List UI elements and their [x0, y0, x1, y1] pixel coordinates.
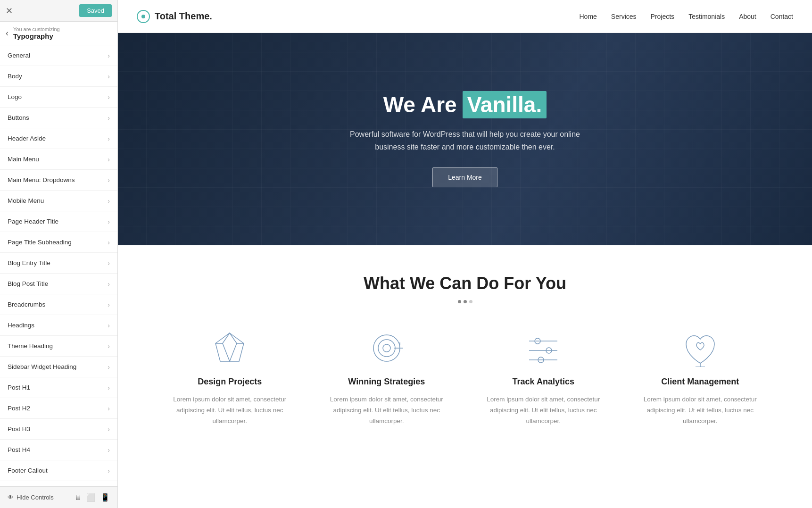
service-name-client: Client Management: [661, 377, 739, 387]
chevron-right-icon: ›: [108, 467, 110, 475]
logo-circle-icon: [137, 10, 150, 23]
service-desc-design: Lorem ipsum dolor sit amet, consectetur …: [158, 394, 301, 427]
service-name-strategies: Winning Strategies: [348, 377, 425, 387]
service-name-analytics: Track Analytics: [513, 377, 574, 387]
service-card-winning-strategies: Winning Strategies Lorem ipsum dolor sit…: [315, 327, 458, 427]
menu-item-blog-post-title[interactable]: Blog Post Title›: [0, 274, 117, 294]
svg-marker-0: [215, 333, 244, 361]
tablet-view-button[interactable]: ⬜: [86, 493, 96, 502]
chevron-right-icon: ›: [108, 280, 110, 288]
saved-button[interactable]: Saved: [79, 4, 112, 17]
nav-item-testimonials[interactable]: Testimonials: [688, 13, 725, 20]
menu-item-label: Body: [8, 73, 22, 80]
services-section: What We Can Do For You Design Projects L…: [118, 245, 812, 455]
services-dots: [137, 300, 793, 303]
menu-item-post-h2[interactable]: Post H2›: [0, 398, 117, 419]
chevron-right-icon: ›: [108, 259, 110, 267]
service-desc-analytics: Lorem ipsum dolor sit amet, consectetur …: [472, 394, 615, 427]
service-desc-strategies: Lorem ipsum dolor sit amet, consectetur …: [315, 394, 458, 427]
mobile-view-button[interactable]: 📱: [100, 493, 110, 502]
service-desc-client: Lorem ipsum dolor sit amet, consectetur …: [629, 394, 772, 427]
menu-item-mobile-menu[interactable]: Mobile Menu›: [0, 191, 117, 211]
menu-item-logo[interactable]: Logo›: [0, 87, 117, 108]
chevron-right-icon: ›: [108, 405, 110, 412]
menu-item-post-h3[interactable]: Post H3›: [0, 419, 117, 440]
menu-item-label: Logo: [8, 93, 22, 100]
menu-item-page-header-title[interactable]: Page Header Title›: [0, 211, 117, 232]
panel-topbar: ✕ Saved: [0, 0, 117, 22]
panel-header: ‹ You are customizing Typography: [0, 22, 117, 45]
menu-item-label: Post H4: [8, 446, 30, 453]
menu-item-headings[interactable]: Headings›: [0, 315, 117, 336]
nav-item-projects[interactable]: Projects: [651, 13, 675, 20]
nav-item-contact[interactable]: Contact: [771, 13, 793, 20]
chevron-right-icon: ›: [108, 176, 110, 184]
desktop-view-button[interactable]: 🖥: [74, 493, 82, 502]
logo-text: Total Theme.: [155, 11, 212, 22]
site-header: Total Theme. HomeServicesProjectsTestimo…: [118, 0, 812, 33]
menu-item-label: Breadcrumbs: [8, 301, 45, 308]
heart-bubble-icon: [679, 327, 721, 369]
hero-content: We Are Vanilla. Powerful software for Wo…: [342, 91, 588, 187]
menu-item-breadcrumbs[interactable]: Breadcrumbs›: [0, 294, 117, 315]
svg-point-2: [378, 340, 395, 357]
chevron-right-icon: ›: [108, 446, 110, 454]
menu-item-label: Post H2: [8, 405, 30, 412]
service-card-design-projects: Design Projects Lorem ipsum dolor sit am…: [158, 327, 301, 427]
menu-item-label: Footer Callout: [8, 467, 48, 474]
menu-item-label: Theme Heading: [8, 342, 53, 350]
hero-section: We Are Vanilla. Powerful software for Wo…: [118, 33, 812, 245]
hero-subtitle: Powerful software for WordPress that wil…: [342, 128, 588, 153]
chevron-right-icon: ›: [108, 218, 110, 225]
chevron-right-icon: ›: [108, 93, 110, 101]
hide-controls-button[interactable]: 👁 Hide Controls: [8, 494, 54, 501]
menu-item-body[interactable]: Body›: [0, 66, 117, 87]
menu-item-footer-callout[interactable]: Footer Callout›: [0, 460, 117, 481]
menu-item-buttons[interactable]: Buttons›: [0, 108, 117, 128]
menu-item-page-title-subheading[interactable]: Page Title Subheading›: [0, 232, 117, 253]
dot-3: [469, 300, 472, 303]
menu-item-label: Blog Post Title: [8, 280, 48, 287]
svg-point-3: [383, 344, 390, 352]
logo-dot: [141, 15, 145, 18]
menu-item-label: Blog Entry Title: [8, 259, 50, 266]
nav-item-about[interactable]: About: [739, 13, 756, 20]
hide-controls-label: Hide Controls: [17, 494, 54, 501]
menu-item-post-h1[interactable]: Post H1›: [0, 377, 117, 398]
hero-title-prefix: We Are: [383, 92, 457, 117]
menu-item-theme-heading[interactable]: Theme Heading›: [0, 336, 117, 357]
diamond-icon: [208, 327, 251, 369]
panel-footer: 👁 Hide Controls 🖥 ⬜ 📱: [0, 486, 117, 508]
nav-item-home[interactable]: Home: [580, 13, 597, 20]
menu-item-label: Mobile Menu: [8, 197, 44, 204]
menu-item-label: Sidebar Widget Heading: [8, 363, 76, 370]
close-button[interactable]: ✕: [6, 6, 13, 16]
chevron-right-icon: ›: [108, 322, 110, 329]
target-icon: [365, 327, 408, 369]
service-card-client-management: Client Management Lorem ipsum dolor sit …: [629, 327, 772, 427]
hero-title-highlight: Vanilla.: [463, 91, 547, 118]
dot-2: [464, 300, 467, 303]
menu-item-main-menu-dropdowns[interactable]: Main Menu: Dropdowns›: [0, 170, 117, 191]
hero-cta-button[interactable]: Learn More: [432, 167, 497, 187]
service-card-track-analytics: Track Analytics Lorem ipsum dolor sit am…: [472, 327, 615, 427]
chevron-right-icon: ›: [108, 239, 110, 246]
menu-item-main-menu[interactable]: Main Menu›: [0, 149, 117, 170]
menu-item-sidebar-widget-heading[interactable]: Sidebar Widget Heading›: [0, 357, 117, 377]
eye-icon: 👁: [8, 494, 14, 501]
chevron-right-icon: ›: [108, 114, 110, 122]
menu-item-label: Main Menu: [8, 156, 39, 163]
panel-menu: General›Body›Logo›Buttons›Header Aside›M…: [0, 45, 117, 486]
menu-item-post-h4[interactable]: Post H4›: [0, 440, 117, 460]
menu-item-label: Buttons: [8, 114, 29, 121]
chevron-right-icon: ›: [108, 342, 110, 350]
chevron-right-icon: ›: [108, 135, 110, 142]
menu-item-blog-entry-title[interactable]: Blog Entry Title›: [0, 253, 117, 274]
nav-item-services[interactable]: Services: [611, 13, 637, 20]
menu-item-header-aside[interactable]: Header Aside›: [0, 128, 117, 149]
services-title: What We Can Do For You: [137, 274, 793, 293]
menu-item-general[interactable]: General›: [0, 45, 117, 66]
dot-1: [458, 300, 461, 303]
chevron-right-icon: ›: [108, 156, 110, 163]
back-button[interactable]: ‹: [6, 28, 8, 38]
